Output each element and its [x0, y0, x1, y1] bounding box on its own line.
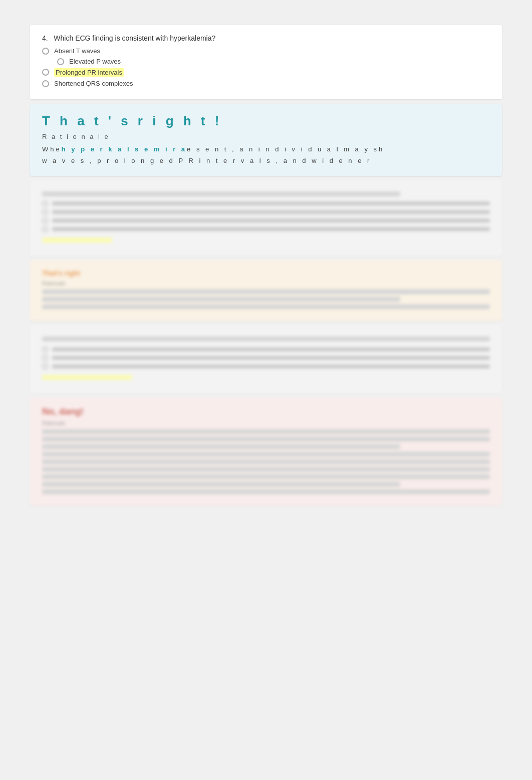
rationale-highlight: h y p e r k a l s e m i r a: [62, 145, 187, 153]
radio-a[interactable]: [42, 48, 49, 55]
answer-option-b[interactable]: Elevated P waves: [42, 58, 490, 65]
blurred-q2-text: [42, 336, 490, 341]
blurred-option-row-4: [42, 226, 490, 232]
result-title: T h a t ' s r i g h t !: [42, 113, 490, 129]
option-a-label: Absent T waves: [54, 47, 100, 55]
blurred-result-card-2: No, dang! Rationale: [30, 398, 502, 505]
blurred-q2-option-1: [42, 346, 490, 352]
option-d-label: Shortened QRS complexes: [54, 80, 133, 87]
blurred-rationale-line-1: [42, 289, 490, 294]
blurred-question-card-2: [30, 325, 502, 394]
blurred-q2-option-3: [42, 363, 490, 369]
page-container: 4. Which ECG finding is consistent with …: [0, 0, 532, 780]
option-b-label: Elevated P waves: [69, 58, 121, 65]
blurred-option-row-3: [42, 218, 490, 224]
radio-c[interactable]: [42, 69, 49, 76]
rationale-prefix: Whe: [42, 145, 62, 153]
rationale-label: R a t i o n a l e: [42, 133, 490, 140]
blurred-rationale-line-2: [42, 297, 400, 302]
blurred-question-card-1: [30, 180, 502, 256]
blurred-q-text: [42, 191, 490, 197]
answer-option-a[interactable]: Absent T waves: [42, 47, 490, 55]
question-text-content: Which ECG finding is consistent with hyp…: [54, 34, 215, 42]
blurred-rationale-content: [42, 429, 490, 494]
blurred-option-row-1: [42, 201, 490, 207]
radio-d[interactable]: [42, 80, 49, 87]
option-c-label: Prolonged PR intervals: [54, 68, 124, 77]
question-number: 4.: [42, 34, 48, 42]
question-4-text: 4. Which ECG finding is consistent with …: [42, 34, 490, 42]
rationale-middle: e s e n t , a n i n d i v i d u a l m a …: [187, 145, 384, 153]
blurred-result-card-1: That's right Rationale: [30, 260, 502, 321]
question-4-card: 4. Which ECG finding is consistent with …: [30, 25, 502, 99]
answer-option-c[interactable]: Prolonged PR intervals: [42, 68, 490, 77]
rationale-text: Wheh y p e r k a l s e m i r ae s e n t …: [42, 143, 490, 155]
answer-option-d[interactable]: Shortened QRS complexes: [42, 80, 490, 87]
blurred-rationale-label-1: Rationale: [42, 280, 490, 286]
radio-b[interactable]: [57, 58, 64, 65]
blurred-rationale-line-3: [42, 304, 490, 309]
blurred-q2-option-2: [42, 355, 490, 361]
blurred-rationale-label-2: Rationale: [42, 420, 490, 426]
blurred-result-title-2: No, dang!: [42, 407, 490, 417]
result-card-4: T h a t ' s r i g h t ! R a t i o n a l …: [30, 104, 502, 176]
rationale-text-line2: w a v e s , p r o l o n g e d P R i n t …: [42, 155, 490, 166]
blurred-result-title-1: That's right: [42, 269, 490, 277]
blurred-option-row-2: [42, 209, 490, 215]
